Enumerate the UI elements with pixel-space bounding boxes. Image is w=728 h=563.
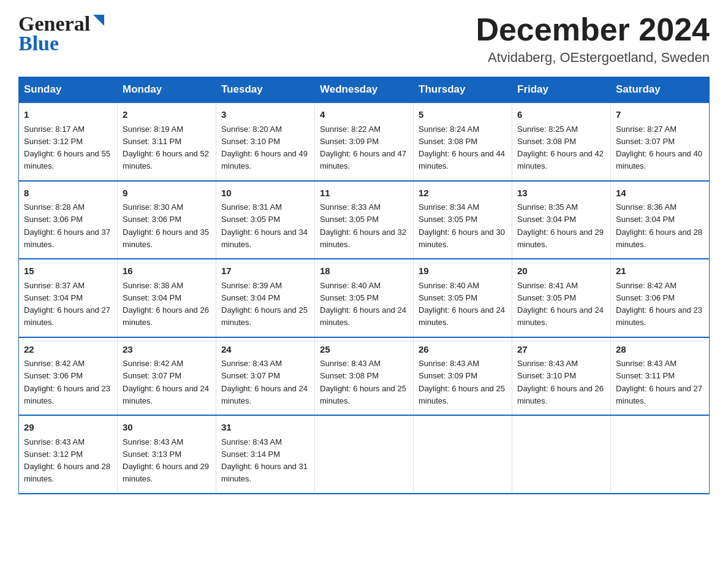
day-number: 16 [123,264,211,278]
day-number: 5 [419,108,507,122]
day-number: 13 [517,186,605,201]
day-number: 11 [320,186,408,201]
day-number: 15 [24,264,112,278]
table-row: 23Sunrise: 8:42 AMSunset: 3:07 PMDayligh… [118,337,216,416]
table-row: 12Sunrise: 8:34 AMSunset: 3:05 PMDayligh… [414,181,512,259]
table-row: 14Sunrise: 8:36 AMSunset: 3:04 PMDayligh… [611,181,710,259]
table-row: 20Sunrise: 8:41 AMSunset: 3:05 PMDayligh… [512,259,611,337]
table-row: 10Sunrise: 8:31 AMSunset: 3:05 PMDayligh… [216,181,315,259]
day-number: 22 [24,343,112,357]
day-info: Sunrise: 8:43 AMSunset: 3:11 PMDaylight:… [616,359,702,405]
day-number: 2 [123,108,211,122]
table-row: 8Sunrise: 8:28 AMSunset: 3:06 PMDaylight… [19,181,118,259]
day-number: 8 [24,186,112,201]
day-number: 24 [221,343,309,357]
table-row: 29Sunrise: 8:43 AMSunset: 3:12 PMDayligh… [19,415,118,494]
calendar-week-row: 29Sunrise: 8:43 AMSunset: 3:12 PMDayligh… [19,415,710,494]
day-info: Sunrise: 8:40 AMSunset: 3:05 PMDaylight:… [320,281,406,327]
day-number: 17 [221,264,309,278]
table-row: 26Sunrise: 8:43 AMSunset: 3:09 PMDayligh… [414,337,512,416]
day-info: Sunrise: 8:43 AMSunset: 3:10 PMDaylight:… [517,359,604,405]
day-info: Sunrise: 8:43 AMSunset: 3:09 PMDaylight:… [419,359,505,405]
table-row: 16Sunrise: 8:38 AMSunset: 3:04 PMDayligh… [118,259,216,337]
day-info: Sunrise: 8:41 AMSunset: 3:05 PMDaylight:… [517,281,604,327]
day-info: Sunrise: 8:42 AMSunset: 3:07 PMDaylight:… [123,359,209,405]
day-info: Sunrise: 8:43 AMSunset: 3:12 PMDaylight:… [24,437,110,484]
col-friday: Friday [512,77,611,103]
calendar-week-row: 8Sunrise: 8:28 AMSunset: 3:06 PMDaylight… [19,181,710,259]
day-number: 28 [616,343,704,357]
day-info: Sunrise: 8:40 AMSunset: 3:05 PMDaylight:… [419,281,505,327]
day-number: 29 [24,421,112,435]
svg-marker-0 [93,15,104,26]
day-number: 12 [419,186,507,201]
calendar-week-row: 15Sunrise: 8:37 AMSunset: 3:04 PMDayligh… [19,259,710,337]
table-row: 19Sunrise: 8:40 AMSunset: 3:05 PMDayligh… [414,259,512,337]
day-info: Sunrise: 8:19 AMSunset: 3:11 PMDaylight:… [123,124,209,171]
day-info: Sunrise: 8:43 AMSunset: 3:14 PMDaylight:… [221,437,308,484]
col-tuesday: Tuesday [216,77,315,103]
table-row: 13Sunrise: 8:35 AMSunset: 3:04 PMDayligh… [512,181,611,259]
day-number: 6 [517,108,605,122]
title-area: December 2024 Atvidaberg, OEstergoetland… [476,12,710,66]
day-number: 7 [616,108,704,122]
table-row: 30Sunrise: 8:43 AMSunset: 3:13 PMDayligh… [118,415,216,494]
day-number: 30 [123,421,211,435]
logo-blue: Blue [18,32,59,55]
day-info: Sunrise: 8:28 AMSunset: 3:06 PMDaylight:… [24,202,110,249]
col-wednesday: Wednesday [315,77,414,103]
day-info: Sunrise: 8:25 AMSunset: 3:08 PMDaylight:… [517,124,604,171]
table-row: 25Sunrise: 8:43 AMSunset: 3:08 PMDayligh… [315,337,414,416]
day-info: Sunrise: 8:37 AMSunset: 3:04 PMDaylight:… [24,281,110,327]
day-number: 25 [320,343,408,357]
day-number: 27 [517,343,605,357]
day-number: 10 [221,186,309,201]
day-info: Sunrise: 8:42 AMSunset: 3:06 PMDaylight:… [616,281,702,327]
location-title: Atvidaberg, OEstergoetland, Sweden [476,50,710,66]
table-row: 21Sunrise: 8:42 AMSunset: 3:06 PMDayligh… [611,259,710,337]
table-row: 6Sunrise: 8:25 AMSunset: 3:08 PMDaylight… [512,102,611,181]
table-row: 9Sunrise: 8:30 AMSunset: 3:06 PMDaylight… [118,181,216,259]
day-info: Sunrise: 8:43 AMSunset: 3:08 PMDaylight:… [320,359,406,405]
table-row: 15Sunrise: 8:37 AMSunset: 3:04 PMDayligh… [19,259,118,337]
day-number: 26 [419,343,507,357]
day-info: Sunrise: 8:35 AMSunset: 3:04 PMDaylight:… [517,202,604,249]
calendar-table: Sunday Monday Tuesday Wednesday Thursday… [18,77,710,494]
day-info: Sunrise: 8:31 AMSunset: 3:05 PMDaylight:… [221,202,308,249]
day-info: Sunrise: 8:34 AMSunset: 3:05 PMDaylight:… [419,202,505,249]
day-number: 31 [221,421,309,435]
logo-flag-icon [92,13,105,27]
day-number: 18 [320,264,408,278]
table-row: 27Sunrise: 8:43 AMSunset: 3:10 PMDayligh… [512,337,611,416]
table-row [512,415,611,494]
day-number: 14 [616,186,704,201]
calendar-week-row: 22Sunrise: 8:42 AMSunset: 3:06 PMDayligh… [19,337,710,416]
day-info: Sunrise: 8:43 AMSunset: 3:07 PMDaylight:… [221,359,308,405]
day-info: Sunrise: 8:24 AMSunset: 3:08 PMDaylight:… [419,124,505,171]
col-saturday: Saturday [611,77,710,103]
day-info: Sunrise: 8:38 AMSunset: 3:04 PMDaylight:… [123,281,209,327]
col-monday: Monday [118,77,216,103]
table-row [315,415,414,494]
table-row: 22Sunrise: 8:42 AMSunset: 3:06 PMDayligh… [19,337,118,416]
table-row: 11Sunrise: 8:33 AMSunset: 3:05 PMDayligh… [315,181,414,259]
day-info: Sunrise: 8:22 AMSunset: 3:09 PMDaylight:… [320,124,406,171]
table-row: 18Sunrise: 8:40 AMSunset: 3:05 PMDayligh… [315,259,414,337]
day-number: 21 [616,264,704,278]
page-header: General Blue December 2024 Atvidaberg, O… [18,12,710,66]
table-row: 1Sunrise: 8:17 AMSunset: 3:12 PMDaylight… [19,102,118,181]
table-row: 7Sunrise: 8:27 AMSunset: 3:07 PMDaylight… [611,102,710,181]
day-number: 3 [221,108,309,122]
logo: General Blue [18,12,105,55]
day-info: Sunrise: 8:27 AMSunset: 3:07 PMDaylight:… [616,124,702,171]
day-number: 23 [123,343,211,357]
day-number: 20 [517,264,605,278]
table-row [611,415,710,494]
day-info: Sunrise: 8:42 AMSunset: 3:06 PMDaylight:… [24,359,110,405]
day-info: Sunrise: 8:30 AMSunset: 3:06 PMDaylight:… [123,202,209,249]
table-row: 31Sunrise: 8:43 AMSunset: 3:14 PMDayligh… [216,415,315,494]
day-number: 19 [419,264,507,278]
day-info: Sunrise: 8:39 AMSunset: 3:04 PMDaylight:… [221,281,308,327]
table-row [414,415,512,494]
day-info: Sunrise: 8:43 AMSunset: 3:13 PMDaylight:… [123,437,209,484]
